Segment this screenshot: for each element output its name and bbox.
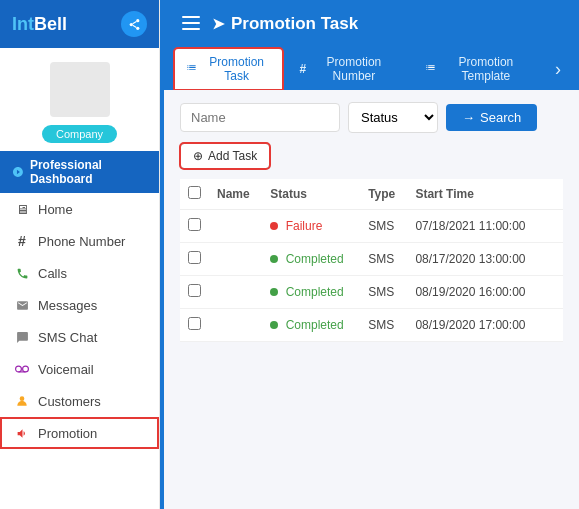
table-header-checkbox: [180, 179, 209, 210]
svg-rect-11: [182, 28, 200, 30]
status-select[interactable]: Status All Completed Failure Running: [348, 102, 438, 133]
sms-chat-icon: [14, 329, 30, 345]
svg-rect-9: [182, 16, 200, 18]
row-type: SMS: [360, 243, 407, 276]
row-start-time: 07/18/2021 11:00:00: [407, 210, 545, 243]
svg-point-0: [136, 19, 139, 22]
sidebar-item-messages[interactable]: Messages: [0, 289, 159, 321]
sidebar-header: IntBell: [0, 0, 159, 48]
col-status: Status: [262, 179, 360, 210]
table-row: Completed SMS 08/19/2020 17:00:00: [180, 309, 563, 342]
customers-icon: [14, 393, 30, 409]
svg-point-6: [23, 366, 29, 372]
svg-line-4: [132, 21, 136, 23]
row-status: Failure: [262, 210, 360, 243]
svg-rect-10: [182, 22, 200, 24]
svg-point-2: [136, 26, 139, 29]
title-icon: ➤: [212, 15, 225, 33]
page-title: ➤ Promotion Task: [212, 14, 358, 34]
main-content: ➤ Promotion Task Promotion Task # Promot…: [164, 0, 579, 509]
home-icon: 🖥: [14, 201, 30, 217]
row-name: [209, 309, 262, 342]
company-button[interactable]: Company: [42, 125, 117, 143]
tab-promotion-template-icon: [425, 62, 436, 76]
messages-icon: [14, 297, 30, 313]
search-arrow-icon: →: [462, 110, 475, 125]
row-name: [209, 243, 262, 276]
status-dot-failure: [270, 222, 278, 230]
row-checkbox[interactable]: [188, 251, 201, 264]
status-dot-completed: [270, 321, 278, 329]
sidebar-item-voicemail[interactable]: Voicemail: [0, 353, 159, 385]
select-all-checkbox[interactable]: [188, 186, 201, 199]
tab-promotion-number-icon: #: [299, 62, 306, 76]
table-row: Completed SMS 08/19/2020 16:00:00: [180, 276, 563, 309]
search-bar: Status All Completed Failure Running → S…: [180, 102, 563, 133]
col-start-time: Start Time: [407, 179, 545, 210]
row-action: [545, 243, 563, 276]
tab-promotion-task[interactable]: Promotion Task: [174, 48, 283, 90]
voicemail-icon: [14, 361, 30, 377]
row-start-time: 08/19/2020 17:00:00: [407, 309, 545, 342]
row-start-time: 08/19/2020 16:00:00: [407, 276, 545, 309]
svg-point-8: [20, 396, 25, 401]
status-dot-completed: [270, 288, 278, 296]
row-status: Completed: [262, 243, 360, 276]
row-checkbox[interactable]: [188, 317, 201, 330]
promotion-icon: [14, 425, 30, 441]
tab-promotion-number[interactable]: # Promotion Number: [287, 48, 408, 90]
menu-lines-icon: [182, 16, 200, 30]
svg-line-3: [132, 25, 136, 27]
status-dot-completed: [270, 255, 278, 263]
row-status: Completed: [262, 276, 360, 309]
share-icon: [128, 18, 141, 31]
tab-promotion-template[interactable]: Promotion Template: [413, 48, 543, 90]
row-status: Completed: [262, 309, 360, 342]
calls-icon: [14, 265, 30, 281]
table-row: Failure SMS 07/18/2021 11:00:00: [180, 210, 563, 243]
add-task-icon: ⊕: [193, 149, 203, 163]
hamburger-icon[interactable]: [182, 14, 200, 35]
row-action: [545, 309, 563, 342]
sidebar: IntBell Company Professional Dashboard 🖥…: [0, 0, 160, 509]
row-name: [209, 210, 262, 243]
sidebar-item-sms-chat[interactable]: SMS Chat: [0, 321, 159, 353]
row-type: SMS: [360, 210, 407, 243]
main-header: ➤ Promotion Task: [164, 0, 579, 48]
tabs-bar: Promotion Task # Promotion Number Promot…: [164, 48, 579, 90]
row-action: [545, 276, 563, 309]
app-logo: IntBell: [12, 14, 67, 35]
col-type: Type: [360, 179, 407, 210]
tab-promotion-task-icon: [186, 62, 197, 76]
row-type: SMS: [360, 309, 407, 342]
dashboard-icon: [12, 165, 24, 179]
sidebar-item-phone-number[interactable]: # Phone Number: [0, 225, 159, 257]
row-checkbox[interactable]: [188, 284, 201, 297]
row-checkbox[interactable]: [188, 218, 201, 231]
name-search-input[interactable]: [180, 103, 340, 132]
phone-number-icon: #: [14, 233, 30, 249]
row-action: [545, 210, 563, 243]
share-icon-button[interactable]: [121, 11, 147, 37]
col-extra: [545, 179, 563, 210]
sidebar-item-home[interactable]: 🖥 Home: [0, 193, 159, 225]
row-type: SMS: [360, 276, 407, 309]
add-task-button[interactable]: ⊕ Add Task: [180, 143, 270, 169]
sidebar-item-calls[interactable]: Calls: [0, 257, 159, 289]
sidebar-item-promotion[interactable]: Promotion: [0, 417, 159, 449]
table-row: Completed SMS 08/17/2020 13:00:00: [180, 243, 563, 276]
svg-point-5: [16, 366, 22, 372]
task-table: Name Status Type Start Time Failure SMS: [180, 179, 563, 342]
pro-dashboard-label: Professional Dashboard: [0, 151, 159, 193]
col-name: Name: [209, 179, 262, 210]
content-area: Status All Completed Failure Running → S…: [164, 90, 579, 509]
tab-extra-icon[interactable]: ›: [547, 55, 569, 84]
row-start-time: 08/17/2020 13:00:00: [407, 243, 545, 276]
search-button[interactable]: → Search: [446, 104, 537, 131]
svg-point-1: [129, 22, 132, 25]
sidebar-avatar-area: Company: [0, 48, 159, 151]
avatar: [50, 62, 110, 117]
row-name: [209, 276, 262, 309]
sidebar-item-customers[interactable]: Customers: [0, 385, 159, 417]
